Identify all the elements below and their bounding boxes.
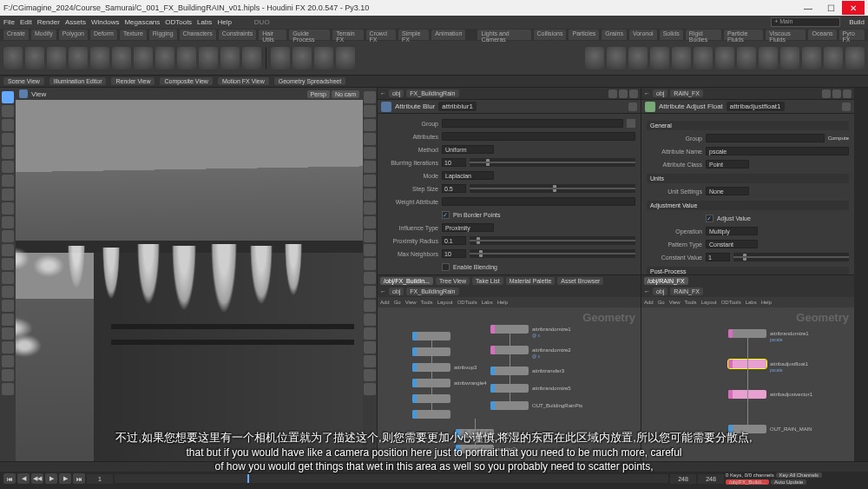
- display-option-icon[interactable]: [364, 300, 376, 312]
- network-node[interactable]: attribrandomize1pscale: [728, 329, 766, 338]
- shelf-tab[interactable]: Polygon: [59, 30, 88, 40]
- shelf-tool-icon[interactable]: [694, 47, 713, 69]
- menu-odtools[interactable]: ODTools: [165, 18, 192, 26]
- menu-edit[interactable]: Edit: [20, 18, 32, 26]
- display-option-icon[interactable]: [364, 119, 376, 131]
- tool-icon[interactable]: [2, 369, 14, 381]
- shelf-tool-icon[interactable]: [628, 47, 648, 69]
- shelf-tab[interactable]: Texture: [120, 30, 147, 40]
- scope-node-button[interactable]: /obj/FX_Buildi...: [726, 479, 769, 485]
- help-icon[interactable]: [843, 89, 852, 98]
- net-menu-layout[interactable]: Layout: [437, 300, 453, 305]
- shelf-tab[interactable]: Voronoi: [629, 30, 657, 40]
- tool-icon[interactable]: [2, 341, 14, 354]
- iterations-slider[interactable]: [470, 158, 635, 167]
- back-icon[interactable]: ←: [644, 288, 650, 294]
- shelf-tab[interactable]: Animation: [431, 30, 465, 40]
- shelf-tool-icon[interactable]: [759, 47, 778, 69]
- menu-windows[interactable]: Windows: [91, 18, 119, 26]
- shelf-tool-icon[interactable]: [607, 47, 626, 69]
- tool-icon[interactable]: [2, 286, 14, 298]
- shelf-tab[interactable]: Oceans: [808, 30, 836, 40]
- display-option-icon[interactable]: [364, 314, 376, 326]
- move-tool-icon[interactable]: [2, 105, 14, 117]
- path-chip[interactable]: RAIN_FX: [670, 89, 703, 97]
- minimize-button[interactable]: —: [797, 1, 819, 15]
- pin-checkbox[interactable]: [442, 211, 450, 219]
- path-chip[interactable]: obj: [653, 287, 667, 295]
- path-chip[interactable]: FX_BuildingRain: [406, 89, 458, 97]
- display-option-icon[interactable]: [364, 369, 376, 381]
- influence-dropdown[interactable]: Proximity: [442, 223, 494, 232]
- shelf-tab[interactable]: Rigid Bodies: [686, 30, 721, 40]
- display-option-icon[interactable]: [364, 327, 376, 340]
- menu-search-input[interactable]: + Main: [771, 17, 840, 27]
- tool-icon[interactable]: [2, 216, 14, 228]
- shelf-tool-icon[interactable]: [112, 47, 131, 69]
- next-frame-button[interactable]: ▶: [59, 473, 71, 484]
- compute-button[interactable]: Compute: [828, 135, 849, 141]
- gear-icon[interactable]: [628, 102, 637, 111]
- shelf-tab[interactable]: Guide Process: [289, 30, 330, 40]
- shelf-tab[interactable]: Collisions: [534, 30, 567, 40]
- network-tab[interactable]: Tree View: [436, 277, 470, 285]
- shelf-tab[interactable]: Particle Fluids: [724, 30, 763, 40]
- shelf-tool-icon[interactable]: [672, 47, 691, 69]
- display-option-icon[interactable]: [364, 272, 376, 284]
- shelf-tab[interactable]: Create: [3, 30, 29, 40]
- radius-field[interactable]: 0.1: [442, 236, 466, 245]
- snap-tool-icon[interactable]: [2, 383, 14, 395]
- network-view-left[interactable]: Geometry attribvop3 attribwrangle4 attri…: [378, 307, 641, 461]
- back-icon[interactable]: ←: [380, 288, 386, 294]
- pane-tab[interactable]: Motion FX View: [218, 77, 269, 85]
- last-frame-button[interactable]: ⏭: [73, 473, 85, 484]
- shelf-tool-icon[interactable]: [3, 47, 23, 69]
- shelf-tool-icon[interactable]: [242, 47, 261, 69]
- back-icon[interactable]: ←: [644, 90, 650, 96]
- shelf-tool-icon[interactable]: [824, 47, 843, 69]
- net-menu-labs[interactable]: Labs: [482, 300, 493, 305]
- network-node[interactable]: scatter2: [456, 445, 494, 453]
- path-chip[interactable]: obj: [389, 287, 404, 295]
- display-option-icon[interactable]: [364, 355, 376, 367]
- attrname-field[interactable]: pscale: [706, 147, 849, 155]
- camera-select-button[interactable]: No cam: [332, 90, 359, 98]
- shelf-tool-icon[interactable]: [737, 47, 756, 69]
- shelf-tab[interactable]: Deform: [90, 30, 117, 40]
- scale-tool-icon[interactable]: [2, 133, 14, 145]
- current-frame-field[interactable]: 248: [670, 474, 696, 484]
- scene-viewport[interactable]: [16, 100, 363, 461]
- path-chip[interactable]: RAIN_FX: [670, 287, 703, 295]
- display-option-icon[interactable]: [364, 286, 376, 298]
- pin-icon[interactable]: [822, 89, 831, 98]
- display-option-icon[interactable]: [364, 341, 376, 354]
- iterations-field[interactable]: 10: [442, 158, 466, 167]
- section-units[interactable]: Units: [647, 174, 849, 183]
- shelf-tab[interactable]: Solids: [660, 30, 683, 40]
- display-option-icon[interactable]: [364, 161, 376, 173]
- tool-icon[interactable]: [2, 161, 14, 173]
- gear-icon[interactable]: [832, 89, 841, 98]
- display-option-icon[interactable]: [364, 383, 376, 395]
- shelf-tool-icon[interactable]: [845, 47, 865, 69]
- timeline-track[interactable]: [115, 474, 668, 483]
- net-menu-view[interactable]: View: [405, 300, 417, 305]
- shelf-tab[interactable]: Crowd FX: [366, 30, 396, 40]
- shelf-tool-icon[interactable]: [780, 47, 799, 69]
- method-dropdown[interactable]: Uniform: [442, 145, 494, 154]
- maximize-button[interactable]: ☐: [819, 1, 842, 15]
- tool-icon[interactable]: [2, 230, 14, 242]
- shelf-tool-icon[interactable]: [134, 47, 153, 69]
- menu-megascans[interactable]: Megascans: [124, 18, 160, 26]
- node-name-field[interactable]: attribadjustfloat1: [727, 102, 785, 111]
- shelf-tool-icon[interactable]: [199, 47, 218, 69]
- play-back-button[interactable]: ◀◀: [31, 473, 43, 484]
- net-menu-tools[interactable]: Tools: [421, 300, 433, 305]
- pane-tab[interactable]: Geometry Spreadsheet: [274, 77, 345, 85]
- shelf-tool-icon[interactable]: [293, 47, 312, 69]
- shelf-tool-icon[interactable]: [650, 47, 669, 69]
- network-tab[interactable]: /obj/FX_Buildin...: [380, 277, 433, 285]
- display-option-icon[interactable]: [364, 230, 376, 242]
- menu-file[interactable]: File: [3, 18, 15, 26]
- back-icon[interactable]: ←: [380, 90, 386, 96]
